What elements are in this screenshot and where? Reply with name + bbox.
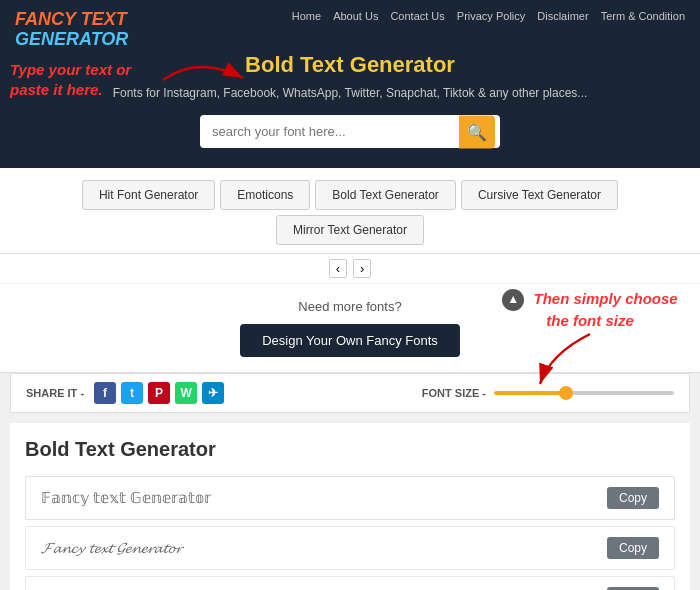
annotation-label: Type your text or paste it here. (10, 60, 170, 99)
pinterest-share-icon[interactable]: P (148, 382, 170, 404)
nav-prev-button[interactable]: ‹ (329, 259, 347, 278)
nav-home[interactable]: Home (292, 10, 321, 22)
font-size-label: FONT SIZE - (422, 387, 486, 399)
search-bar-wrapper: 🔍 (15, 115, 685, 148)
copy-button[interactable]: Copy (607, 487, 659, 509)
share-label: SHARE IT - (26, 387, 84, 399)
row-text: 𝔽𝕒𝕟𝕔𝕪 𝕥𝕖𝕩𝕥 𝔾𝕖𝕟𝕖𝕣𝕒𝕥𝕠𝕣 (41, 489, 211, 507)
nav-next-button[interactable]: › (353, 259, 371, 278)
nav-buttons-bar: Hit Font Generator Emoticons Bold Text G… (0, 168, 700, 254)
twitter-share-icon[interactable]: t (121, 382, 143, 404)
search-input[interactable] (200, 115, 500, 148)
annotation-type-text: Type your text or paste it here. (10, 60, 170, 99)
logo: FANCY TEXT GENERATOR (15, 10, 128, 50)
annotation-font-size-text: Then simply choose the font size (533, 290, 677, 329)
nav-term[interactable]: Term & Condition (601, 10, 685, 22)
logo-generator-text: GENERATOR (15, 30, 128, 50)
row-text: 𝓕𝓪𝓷𝓬𝔂 𝓽𝓮𝔁𝓽 𝓖𝓮𝓷𝓮𝓻𝓪𝓽𝓸𝓻 (41, 540, 181, 557)
search-button[interactable]: 🔍 (459, 115, 495, 148)
nav-arrows: ‹ › (0, 254, 700, 284)
nav-cursive[interactable]: Cursive Text Generator (461, 180, 618, 210)
table-row: 𝔽𝕒𝕟𝕔𝕪 𝕥𝕖𝕩𝕥 𝔾𝕖𝕟𝕖𝕣𝕒𝕥𝕠𝕣 Copy (25, 476, 675, 520)
nav-contact[interactable]: Contact Us (390, 10, 444, 22)
nav-about[interactable]: About Us (333, 10, 378, 22)
rows-container: 𝔽𝕒𝕟𝕔𝕪 𝕥𝕖𝕩𝕥 𝔾𝕖𝕟𝕖𝕣𝕒𝕥𝕠𝕣 Copy 𝓕𝓪𝓷𝓬𝔂 𝓽𝓮𝔁𝓽 𝓖𝓮𝓷… (25, 476, 675, 590)
logo-fancy-text: FANCY TEXT (15, 10, 128, 30)
nav-mirror[interactable]: Mirror Text Generator (276, 215, 424, 245)
nav-hit-font[interactable]: Hit Font Generator (82, 180, 215, 210)
arrow-svg (158, 50, 258, 100)
table-row: 𝓕𝓪𝓷𝓬𝔂 𝓽𝓮𝔁𝓽 𝓖𝓮𝓷𝓮𝓻𝓪𝓽𝓸𝓻 Copy (25, 526, 675, 570)
whatsapp-share-icon[interactable]: W (175, 382, 197, 404)
nav-bold-text[interactable]: Bold Text Generator (315, 180, 456, 210)
font-size-slider[interactable] (494, 391, 674, 395)
facebook-share-icon[interactable]: f (94, 382, 116, 404)
nav-disclaimer[interactable]: Disclaimer (537, 10, 588, 22)
section-title: Bold Text Generator (25, 438, 675, 461)
telegram-share-icon[interactable]: ✈ (202, 382, 224, 404)
nav-emoticons[interactable]: Emoticons (220, 180, 310, 210)
circle-icon: ▲ (502, 289, 524, 311)
font-size-arrow-svg (530, 329, 610, 389)
nav-privacy[interactable]: Privacy Policy (457, 10, 525, 22)
annotation-font-size: ▲ Then simply choose the font size (490, 289, 690, 331)
share-icons: f t P W ✈ (94, 382, 224, 404)
main-content: Bold Text Generator 𝔽𝕒𝕟𝕔𝕪 𝕥𝕖𝕩𝕥 𝔾𝕖𝕟𝕖𝕣𝕒𝕥𝕠𝕣… (10, 423, 690, 590)
need-more-text: Need more fonts? (298, 299, 401, 314)
top-section: FANCY TEXT GENERATOR Home About Us Conta… (0, 0, 700, 168)
copy-button[interactable]: Copy (607, 537, 659, 559)
table-row: Fancy text Generator Copy (25, 576, 675, 590)
middle-section: ▲ Then simply choose the font size Need … (0, 284, 700, 373)
design-fancy-btn[interactable]: Design Your Own Fancy Fonts (240, 324, 460, 357)
